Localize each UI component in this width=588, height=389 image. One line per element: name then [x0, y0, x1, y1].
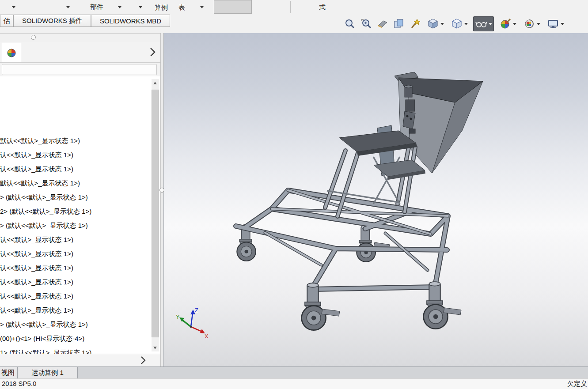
view-orientation-icon[interactable] — [427, 17, 439, 30]
heads-up-toolbar — [344, 17, 565, 31]
apply-scene-group — [522, 17, 542, 31]
triad-x-label: X — [205, 333, 209, 340]
tree-item[interactable]: 认<<默认>_显示状态 1>) — [0, 275, 150, 289]
triad-z-label: Z — [195, 307, 198, 313]
motion-manager-bar: 视图 运动算例 1 — [0, 366, 588, 378]
dropdown-caret[interactable] — [118, 6, 121, 8]
dropdown-caret[interactable] — [561, 23, 564, 25]
dropdown-caret[interactable] — [440, 23, 444, 25]
scroll-up-icon[interactable] — [152, 79, 159, 87]
filter-icon[interactable] — [409, 17, 421, 30]
copy-appearance-icon[interactable] — [393, 17, 405, 30]
tab-evaluate[interactable]: 估 — [0, 15, 13, 27]
tree-item[interactable]: 认<<默认>_显示状态 1>) — [0, 247, 150, 261]
display-manager-icon — [6, 48, 17, 58]
dropdown-caret[interactable] — [513, 23, 516, 25]
viewport-canvas[interactable]: Z X Y — [164, 33, 588, 366]
machine-model[interactable] — [236, 72, 483, 330]
feature-tree-area: 默认<<默认>_显示状态 1>)认<<默认>_显示状态 1>)认<<默认>_显示… — [0, 76, 160, 354]
ribbon: 部件 算例 表 式 — [0, 0, 588, 15]
panel-pin-handle[interactable] — [31, 35, 36, 40]
scroll-down-icon[interactable] — [152, 344, 159, 351]
feature-tree: 默认<<默认>_显示状态 1>)认<<默认>_显示状态 1>)认<<默认>_显示… — [0, 134, 150, 354]
graphics-viewport[interactable]: Z X Y — [164, 33, 588, 366]
tree-item[interactable]: > (默认<<默认>_显示状态 1>) — [0, 219, 150, 233]
zoom-to-fit-icon[interactable] — [344, 17, 356, 30]
tab-motion-study-1[interactable]: 运动算例 1 — [18, 367, 78, 378]
dropdown-caret[interactable] — [489, 23, 492, 25]
triad-y-label: Y — [176, 313, 180, 320]
view-orientation-group — [425, 17, 445, 31]
disabled-ribbon-button — [214, 0, 252, 14]
section-view-icon[interactable] — [376, 17, 389, 30]
tree-item[interactable]: 默认<<默认>_显示状态 1>) — [0, 176, 150, 190]
panel-bottom-expand-icon[interactable] — [139, 355, 147, 365]
tree-item[interactable]: 认<<默认>_显示状态 1>) — [0, 162, 150, 176]
dropdown-caret[interactable] — [200, 6, 204, 8]
tab-model-view[interactable]: 视图 — [0, 367, 18, 378]
tree-item[interactable]: 认<<默认>_显示状态 1>) — [0, 148, 150, 162]
tree-item[interactable]: 认<<默认>_显示状态 1>) — [0, 303, 150, 317]
solidworks-window: 部件 算例 表 式 估 SOLIDWORKS 插件 SOLIDWORKS MBD — [0, 0, 588, 389]
display-style-group — [449, 17, 469, 31]
coordinate-triad[interactable]: Z X Y — [176, 307, 209, 340]
version-text: 2018 SP5.0 — [2, 380, 36, 387]
hide-show-items-icon[interactable] — [475, 17, 487, 30]
view-settings-group — [546, 17, 565, 31]
design-table-button[interactable]: 表 — [178, 4, 185, 12]
tree-scrollbar[interactable] — [152, 79, 159, 351]
motion-study-button[interactable]: 算例 — [155, 4, 168, 12]
tab-solidworks-addins[interactable]: SOLIDWORKS 插件 — [13, 15, 91, 27]
tree-item[interactable]: 认<<默认>_显示状态 1>) — [0, 289, 150, 303]
zoom-to-area-icon[interactable] — [360, 17, 372, 30]
tree-filter-box[interactable] — [2, 64, 157, 75]
view-settings-icon[interactable] — [547, 17, 559, 30]
ribbon-separator — [290, 1, 291, 13]
manager-tab-row — [0, 42, 160, 63]
panel-top-strip — [0, 34, 160, 42]
tree-item[interactable]: 认<<默认>_显示状态 1>) — [0, 261, 150, 275]
constraint-status-text: 欠定义 — [567, 380, 587, 388]
apply-scene-icon[interactable] — [523, 17, 535, 30]
feature-manager-panel: 默认<<默认>_显示状态 1>)认<<默认>_显示状态 1>)认<<默认>_显示… — [0, 33, 160, 366]
panel-splitter[interactable] — [160, 33, 164, 366]
tree-item[interactable]: 2> (默认<<默认>_显示状态 1>) — [0, 204, 150, 219]
edit-appearance-group — [498, 17, 518, 31]
tab-solidworks-mbd[interactable]: SOLIDWORKS MBD — [91, 15, 170, 27]
display-mode-button[interactable]: 式 — [319, 3, 326, 11]
panel-bottom-bar — [0, 354, 160, 366]
dropdown-caret[interactable] — [139, 6, 142, 8]
status-bar: 2018 SP5.0 欠定义 — [0, 378, 588, 389]
panel-expand-icon[interactable] — [148, 46, 157, 58]
hide-show-items-group — [473, 16, 494, 31]
tree-item[interactable]: (00)+()<1> (HI<显示状态-4>) — [0, 332, 150, 346]
dropdown-caret[interactable] — [537, 23, 540, 25]
tree-item[interactable]: 默认<<默认>_显示状态 1>) — [0, 134, 150, 148]
panel-filter-row — [0, 63, 160, 77]
dropdown-caret[interactable] — [66, 6, 70, 8]
tree-item[interactable]: 认<<默认>_显示状态 1>) — [0, 233, 150, 247]
display-style-icon[interactable] — [451, 17, 463, 30]
insert-components-button[interactable]: 部件 — [90, 3, 103, 11]
tree-item[interactable]: > (默认<<默认>_显示状态 1>) — [0, 317, 150, 332]
dropdown-caret[interactable] — [464, 23, 468, 25]
tree-item[interactable]: > (默认<<默认>_显示状态 1>) — [0, 190, 150, 204]
display-manager-tab[interactable] — [2, 43, 21, 62]
scrollbar-thumb[interactable] — [152, 90, 159, 337]
tree-item[interactable]: 1> (默认<<默认>_显示状态 1>) — [0, 346, 150, 354]
edit-appearance-icon[interactable] — [499, 17, 512, 30]
dropdown-caret[interactable] — [12, 6, 15, 8]
